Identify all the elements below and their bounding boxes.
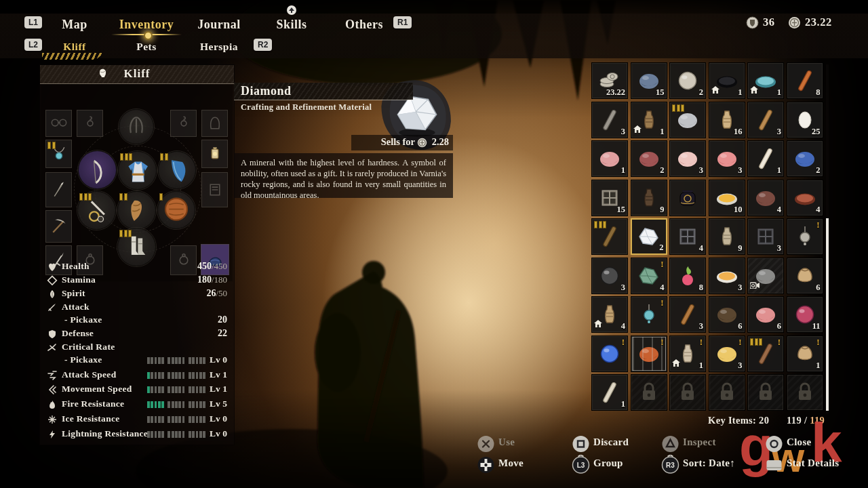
inventory-slot-locked-slot[interactable] <box>631 374 667 411</box>
cape-slot[interactable] <box>158 151 196 189</box>
helmet-slot[interactable] <box>119 109 154 144</box>
glove-slot[interactable] <box>117 191 156 230</box>
gold-coin-icon <box>788 16 801 29</box>
necklace-slot[interactable] <box>45 140 72 168</box>
inventory-slot-gray-feather[interactable]: 3 <box>591 102 628 138</box>
inventory-slot-stone-ball[interactable]: 2 <box>669 62 706 99</box>
stat-label: Fire Resistance <box>62 399 124 409</box>
capacity-current: 119 <box>787 415 802 426</box>
inventory-slot-marbled-steak[interactable]: 2 <box>631 140 667 177</box>
lantern-slot[interactable] <box>201 140 228 168</box>
chest-slot[interactable] <box>118 151 157 190</box>
item-count: 4 <box>660 283 664 293</box>
inventory-slot-tusk[interactable]: 3 <box>669 296 706 333</box>
inventory-slot-cured-meat[interactable]: 4 <box>747 180 784 216</box>
inventory-slot-baked-dish[interactable]: 3 <box>709 258 745 294</box>
inventory-slot-raw-meat[interactable]: 1 <box>591 140 628 177</box>
tome-slot[interactable] <box>201 172 228 207</box>
inventory-slot-fatty-meat[interactable]: 3 <box>669 140 706 177</box>
inventory-scrollbar-thumb[interactable] <box>826 218 829 411</box>
inventory-slot-dark-bundle[interactable]: 9 <box>631 180 667 216</box>
inventory-slot-caged-animal[interactable]: ! <box>631 336 667 372</box>
earring-left-slot[interactable] <box>77 110 103 137</box>
inventory-slot-red-onion[interactable]: 11 <box>787 296 823 333</box>
inventory-slot-dough-ball[interactable]: !3 <box>709 336 745 372</box>
shield-slot[interactable] <box>157 191 195 229</box>
spear-slot[interactable] <box>45 172 72 207</box>
inventory-slot-wrapped-bottle[interactable]: 1 <box>631 102 667 138</box>
inventory-slot-meat-platter[interactable]: 4 <box>787 180 823 216</box>
inventory-slot-egg[interactable]: 25 <box>787 102 823 138</box>
inventory-slot-spiked-mace[interactable] <box>591 218 628 255</box>
eyewear-slot[interactable] <box>45 110 72 137</box>
item-count: 3 <box>699 321 703 331</box>
bow-slot[interactable] <box>78 150 117 189</box>
control-label: Discard <box>593 436 629 448</box>
inventory-slot-orange-root[interactable]: 8 <box>787 62 823 99</box>
shoulder-button-r2: R2 <box>254 39 272 51</box>
inventory-slot-cloth-pouch[interactable]: !1 <box>787 336 823 372</box>
mask-slot[interactable] <box>201 110 228 137</box>
inventory-slot-black-sphere[interactable]: 3 <box>591 258 628 294</box>
item-count: 1 <box>738 87 742 98</box>
inventory-slot-blue-orb[interactable]: ! <box>591 336 628 372</box>
inventory-slot-small-horn[interactable]: 3 <box>747 102 784 138</box>
item-count: 9 <box>660 205 664 215</box>
tab-others[interactable]: Others <box>345 18 383 32</box>
inventory-slot-bandaged-arm[interactable]: ! <box>747 336 784 372</box>
inventory-slot-pork-belly[interactable]: 3 <box>709 140 745 177</box>
inventory-slot-bird-carcass[interactable]: 1 <box>747 140 784 177</box>
inventory-slot-gray-hat[interactable] <box>747 258 784 294</box>
inventory-slot-clay-urn[interactable]: !1 <box>669 336 706 372</box>
inventory-slot-silver-gauntlet[interactable] <box>669 102 706 138</box>
inventory-slot-bone-club[interactable]: 1 <box>591 374 628 411</box>
inventory-slot-locked-slot[interactable] <box>709 374 745 411</box>
stat-value: 180/180 <box>197 274 227 285</box>
inventory-slot-teal-necklace[interactable]: ! <box>631 296 667 333</box>
tier-marker-i <box>159 193 163 201</box>
inventory-slot-locked-slot[interactable] <box>669 374 706 411</box>
item-count: 3 <box>738 283 742 293</box>
tab-journal[interactable]: Journal <box>197 18 241 32</box>
inventory-slot-locked-slot[interactable] <box>787 374 823 411</box>
inventory-slot-radish[interactable]: 8 <box>669 258 706 294</box>
tab-map[interactable]: Map <box>62 18 87 32</box>
stat-label: Lightning Resistance <box>62 428 148 439</box>
inventory-slot-frame-cube[interactable]: 3 <box>747 218 784 255</box>
tool-slot[interactable] <box>77 191 116 230</box>
inventory-slot-soup-bowl[interactable]: 10 <box>709 180 745 216</box>
inventory-slot-ornate-pot[interactable] <box>669 180 706 216</box>
inventory-slot-blue-bowl[interactable]: 1 <box>747 62 784 99</box>
inventory-slot-dried-roots[interactable]: 6 <box>709 296 745 333</box>
inventory-slot-locked-slot[interactable] <box>747 374 784 411</box>
stat-row-ice-resistance: Ice ResistanceLv 0 <box>47 413 227 426</box>
tab-inventory[interactable]: Inventory <box>119 18 174 32</box>
inventory-slot-coin-stack[interactable]: 23.22 <box>591 62 628 99</box>
tier-marker-ii <box>47 142 56 149</box>
pickaxe-slot[interactable] <box>45 210 72 243</box>
item-count: 1 <box>621 399 625 409</box>
subtab-kliff[interactable]: Kliff <box>63 41 86 53</box>
inventory-slot-blue-ore[interactable]: 2 <box>787 140 823 177</box>
inventory-slot-caged-cube[interactable]: 4 <box>669 218 706 255</box>
inventory-slot-wood-bundle[interactable]: 9 <box>709 218 745 255</box>
inventory-slot-fresh-meat[interactable]: 6 <box>747 296 784 333</box>
tab-skills[interactable]: Skills <box>276 18 307 32</box>
inventory-slot-diamond[interactable]: 2 <box>631 218 667 255</box>
inventory-slot-iron-pan[interactable]: 1 <box>709 62 745 99</box>
inventory-slot-hanging-scale[interactable]: ! <box>787 218 823 255</box>
inventory-slot-blue-rock[interactable]: 15 <box>631 62 667 99</box>
character-name: Kliff <box>40 67 234 81</box>
item-count: 3 <box>777 127 781 137</box>
item-count: 2 <box>699 87 703 98</box>
item-count: 1 <box>699 361 703 371</box>
subtab-herspia[interactable]: Herspia <box>200 41 238 53</box>
active-subtab-hatch <box>42 53 104 60</box>
inventory-slot-cloth-pouch[interactable]: 6 <box>787 258 823 294</box>
earring-right-slot[interactable] <box>170 110 197 137</box>
inventory-slot-woven-basket[interactable]: 4 <box>591 296 628 333</box>
inventory-slot-patterned-jug[interactable]: 16 <box>709 102 745 138</box>
inventory-slot-stone-slab[interactable]: 15 <box>591 180 628 216</box>
inventory-slot-green-gem[interactable]: !4 <box>631 258 667 294</box>
subtab-pets[interactable]: Pets <box>136 41 157 53</box>
